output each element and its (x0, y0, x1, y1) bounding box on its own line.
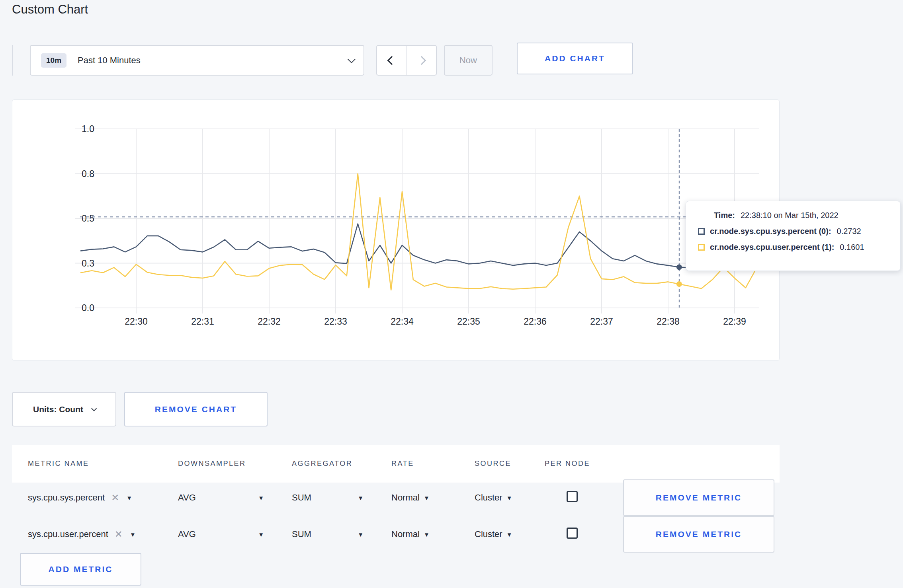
remove-chart-label: REMOVE CHART (155, 405, 237, 414)
col-header-downsampler: DOWNSAMPLER (178, 459, 292, 468)
svg-text:22:36: 22:36 (524, 316, 547, 327)
add-metric-button[interactable]: ADD METRIC (20, 553, 141, 586)
svg-text:22:31: 22:31 (191, 316, 214, 327)
per-node-checkbox[interactable] (567, 491, 578, 502)
add-metric-label: ADD METRIC (49, 565, 113, 574)
svg-text:22:35: 22:35 (457, 316, 480, 327)
svg-text:22:39: 22:39 (723, 316, 746, 327)
rate-select[interactable]: Normal ▼ (391, 529, 475, 539)
tooltip-series-sys-value: 0.2732 (837, 227, 861, 236)
rate-select[interactable]: Normal ▼ (391, 493, 475, 503)
metric-row: sys.cpu.sys.percent ✕ ▼ AVG ▼ SUM ▼ Norm… (12, 479, 780, 516)
range-step-group (376, 45, 437, 76)
remove-metric-button[interactable]: REMOVE METRIC (623, 516, 774, 553)
toolbar-divider (12, 45, 13, 76)
svg-text:22:37: 22:37 (590, 316, 613, 327)
dropdown-caret-icon: ▼ (506, 531, 512, 538)
dropdown-caret-icon: ▼ (130, 531, 136, 538)
metric-name-value: sys.cpu.user.percent (28, 529, 108, 539)
dropdown-caret-icon: ▼ (506, 495, 512, 501)
next-range-button[interactable] (407, 46, 436, 75)
now-button[interactable]: Now (444, 45, 493, 76)
svg-text:0.3: 0.3 (82, 258, 94, 269)
previous-range-button[interactable] (377, 46, 407, 75)
dropdown-caret-icon: ▼ (424, 531, 430, 538)
source-value: Cluster (475, 529, 502, 539)
series-user-swatch-icon (698, 244, 705, 251)
svg-text:22:34: 22:34 (391, 316, 414, 327)
tooltip-time-value: 22:38:10 on Mar 15th, 2022 (741, 211, 838, 220)
time-range-select[interactable]: 10m Past 10 Minutes (30, 45, 364, 76)
svg-text:0.8: 0.8 (82, 169, 94, 179)
rate-value: Normal (391, 529, 420, 539)
source-select[interactable]: Cluster ▼ (475, 493, 545, 503)
series-sys-swatch-icon (698, 228, 705, 235)
downsampler-select[interactable]: AVG ▼ (178, 529, 292, 539)
clear-metric-icon[interactable]: ✕ (111, 492, 119, 503)
aggregator-select[interactable]: SUM ▼ (292, 529, 391, 539)
svg-text:22:38: 22:38 (657, 316, 680, 327)
col-header-per-node: PER NODE (545, 459, 623, 468)
chart-tooltip: Time: 22:38:10 on Mar 15th, 2022 cr.node… (686, 201, 901, 271)
source-select[interactable]: Cluster ▼ (475, 529, 545, 539)
chevron-left-icon (387, 56, 397, 65)
tooltip-series-user-label: cr.node.sys.cpu.user.percent (1): (710, 243, 834, 252)
rate-value: Normal (391, 493, 420, 503)
metric-name-value: sys.cpu.sys.percent (28, 493, 105, 503)
tooltip-series-user-value: 0.1601 (840, 243, 864, 252)
remove-metric-label: REMOVE METRIC (656, 493, 742, 502)
add-chart-button[interactable]: ADD CHART (517, 43, 633, 74)
svg-text:0.5: 0.5 (82, 213, 94, 224)
metric-name-select[interactable]: sys.cpu.user.percent ✕ ▼ (28, 529, 178, 540)
downsampler-value: AVG (178, 493, 196, 503)
remove-chart-button[interactable]: REMOVE CHART (124, 392, 268, 426)
col-header-metric-name: METRIC NAME (28, 459, 178, 468)
metrics-table-header: METRIC NAME DOWNSAMPLER AGGREGATOR RATE … (12, 445, 780, 483)
dropdown-caret-icon: ▼ (424, 495, 430, 501)
svg-text:1.0: 1.0 (82, 124, 94, 134)
tooltip-time-label: Time: (714, 211, 735, 220)
now-button-label: Now (459, 55, 477, 66)
dropdown-caret-icon: ▼ (358, 531, 364, 538)
col-header-source: SOURCE (475, 459, 545, 468)
time-range-label: Past 10 Minutes (78, 55, 348, 66)
dropdown-caret-icon: ▼ (358, 495, 364, 501)
source-value: Cluster (475, 493, 502, 503)
metric-name-select[interactable]: sys.cpu.sys.percent ✕ ▼ (28, 492, 178, 503)
downsampler-value: AVG (178, 529, 196, 539)
dropdown-caret-icon: ▼ (126, 495, 132, 501)
svg-text:0.0: 0.0 (82, 303, 94, 313)
clear-metric-icon[interactable]: ✕ (115, 529, 123, 540)
remove-metric-button[interactable]: REMOVE METRIC (623, 479, 774, 516)
chevron-down-icon (348, 55, 356, 63)
chevron-down-icon (91, 405, 97, 411)
tooltip-series-sys-label: cr.node.sys.cpu.sys.percent (0): (710, 227, 831, 236)
aggregator-value: SUM (292, 529, 311, 539)
svg-text:22:32: 22:32 (258, 316, 281, 327)
add-chart-label: ADD CHART (545, 54, 605, 63)
svg-text:22:30: 22:30 (125, 316, 148, 327)
svg-text:22:33: 22:33 (324, 316, 347, 327)
chevron-right-icon (417, 56, 426, 65)
metric-row: sys.cpu.user.percent ✕ ▼ AVG ▼ SUM ▼ Nor… (12, 516, 780, 553)
col-header-rate: RATE (391, 459, 475, 468)
time-range-badge: 10m (41, 53, 66, 68)
aggregator-select[interactable]: SUM ▼ (292, 493, 391, 503)
units-label: Units: Count (33, 405, 83, 414)
downsampler-select[interactable]: AVG ▼ (178, 493, 292, 503)
remove-metric-label: REMOVE METRIC (656, 530, 742, 539)
dropdown-caret-icon: ▼ (258, 531, 264, 538)
dropdown-caret-icon: ▼ (258, 495, 264, 501)
col-header-aggregator: AGGREGATOR (292, 459, 391, 468)
chart-card: 1.00.80.50.30.022:3022:3122:3222:3322:34… (12, 99, 780, 361)
units-select[interactable]: Units: Count (12, 392, 116, 426)
page-title: Custom Chart (12, 2, 88, 17)
timeseries-chart[interactable]: 1.00.80.50.30.022:3022:3122:3222:3322:34… (12, 100, 780, 361)
per-node-checkbox[interactable] (567, 528, 578, 539)
aggregator-value: SUM (292, 493, 311, 503)
